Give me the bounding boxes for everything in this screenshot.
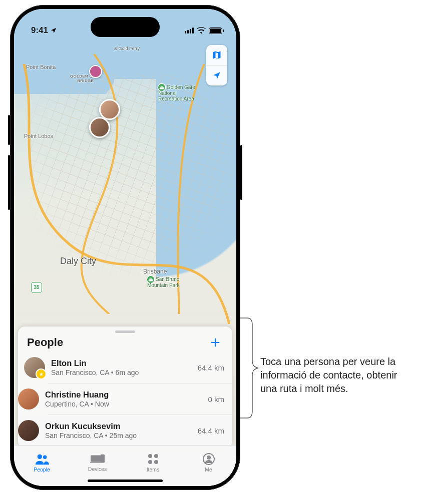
person-subtitle: San Francisco, CA • 6m ago (51, 368, 192, 376)
map-pin-person-2[interactable] (89, 117, 110, 138)
people-sheet[interactable]: People ★ Elton Lin San Francisco, CA • 6… (18, 326, 232, 448)
svg-rect-2 (90, 456, 101, 462)
svg-point-8 (154, 460, 158, 464)
map-pin-landmark[interactable] (89, 65, 102, 78)
map-mode-button[interactable] (206, 45, 227, 65)
sheet-title: People (27, 336, 63, 349)
screen: 9:41 Point Bonita GOLDEN GATE (14, 9, 236, 486)
person-name: Orkun Kucuksevim (45, 422, 192, 431)
status-time: 9:41 (31, 26, 48, 36)
map-label-ferry: & Gold Ferry (114, 46, 140, 51)
svg-point-6 (154, 454, 158, 458)
person-row[interactable]: ★ Elton Lin San Francisco, CA • 6m ago 6… (18, 352, 232, 383)
annotation-bracket (238, 318, 260, 418)
map-label-sb-park: ⛰San Bruno Mountain Park (147, 276, 179, 288)
plus-icon (210, 337, 221, 348)
people-icon (35, 453, 50, 465)
sheet-grabber[interactable] (115, 330, 135, 333)
items-icon (147, 453, 159, 465)
person-subtitle: Cupertino, CA • Now (45, 400, 202, 408)
add-person-button[interactable] (207, 337, 223, 348)
locate-me-button[interactable] (206, 65, 227, 86)
map-label-point-bonita: Point Bonita (26, 64, 56, 70)
svg-point-1 (43, 456, 47, 460)
person-distance: 0 km (208, 395, 224, 404)
person-row[interactable]: Orkun Kucuksevim San Francisco, CA • 25m… (48, 414, 232, 446)
svg-point-5 (148, 454, 152, 458)
tab-label: Me (205, 466, 212, 472)
person-distance: 64.4 km (198, 364, 224, 372)
person-info: Elton Lin San Francisco, CA • 6m ago (51, 358, 192, 376)
dynamic-island (91, 17, 160, 37)
svg-point-10 (207, 456, 211, 460)
person-distance: 64.4 km (198, 426, 224, 435)
devices-icon (90, 454, 105, 464)
map-mode-icon (212, 50, 222, 60)
map-label-point-lobos: Point Lobos (24, 133, 53, 139)
person-name: Elton Lin (51, 358, 192, 368)
avatar: ★ (24, 357, 45, 378)
map-label-brisbane: Brisbane (143, 268, 167, 275)
person-row[interactable]: Christine Huang Cupertino, CA • Now 0 km (48, 383, 232, 414)
wifi-icon (197, 27, 206, 34)
avatar (18, 420, 39, 441)
svg-point-7 (148, 460, 152, 464)
map-label-gg-rec: ⛰Golden Gate National Recreation Area (158, 84, 195, 102)
cellular-icon (185, 28, 194, 34)
person-subtitle: San Francisco, CA • 25m ago (45, 432, 192, 440)
tab-label: People (34, 466, 50, 472)
me-icon (203, 453, 215, 465)
tab-devices[interactable]: Devices (70, 446, 125, 480)
person-name: Christine Huang (45, 390, 202, 400)
location-services-icon (50, 27, 57, 34)
iphone-frame: 9:41 Point Bonita GOLDEN GATE (10, 5, 240, 490)
svg-rect-4 (100, 454, 104, 463)
annotation-text: Toca una persona per veure la informació… (260, 355, 410, 396)
map-label-daly-city: Daly City (60, 256, 96, 266)
route-shield-35: 35 (31, 282, 42, 293)
locate-icon (212, 71, 221, 80)
battery-icon (209, 28, 222, 34)
person-info: Christine Huang Cupertino, CA • Now (45, 390, 202, 408)
home-indicator[interactable] (88, 480, 163, 482)
favorite-star-icon: ★ (36, 368, 47, 380)
tab-label: Items (147, 466, 160, 472)
map-controls (206, 45, 227, 86)
svg-point-0 (37, 454, 42, 459)
tab-label: Devices (88, 466, 107, 472)
tab-me[interactable]: Me (181, 446, 236, 480)
sheet-header: People (18, 335, 232, 352)
tab-people[interactable]: People (14, 446, 70, 480)
status-right (185, 27, 222, 34)
tab-items[interactable]: Items (125, 446, 181, 480)
svg-rect-3 (90, 462, 102, 463)
avatar (18, 388, 39, 410)
person-info: Orkun Kucuksevim San Francisco, CA • 25m… (45, 422, 192, 440)
status-left: 9:41 (31, 26, 57, 36)
